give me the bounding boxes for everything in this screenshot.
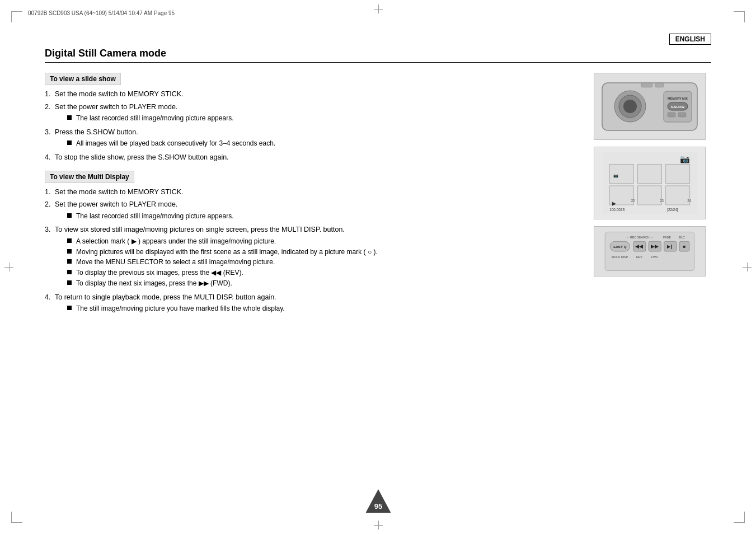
bullet-list: All images will be played back consecuti…: [67, 139, 571, 148]
step-2-3: 3. To view six stored still image/moving…: [45, 225, 571, 289]
step-content: To return to single playback mode, press…: [55, 293, 571, 315]
corner-mark-tr: [734, 11, 745, 22]
bullet-item: The still image/moving picture you have …: [67, 304, 571, 313]
right-column: MEMORY MIX S.SHOW �: [588, 73, 711, 323]
slideshow-steps: 1. Set the mode switch to MEMORY STICK. …: [45, 90, 571, 163]
step-content: To view six stored still image/moving pi…: [55, 225, 571, 289]
step-content: Set the mode switch to MEMORY STICK.: [55, 188, 571, 198]
left-column: To view a slide show 1. Set the mode swi…: [45, 73, 571, 323]
step-content: Press the S.SHOW button. All images will…: [55, 128, 571, 150]
step-2-1: 1. Set the mode switch to MEMORY STICK.: [45, 188, 571, 198]
bullet-item: Moving pictures will be displayed with t…: [67, 247, 571, 257]
multidisplay-steps: 1. Set the mode switch to MEMORY STICK. …: [45, 188, 571, 316]
control-panel-svg: ← REC SEARCH → FADE BLC EASY Q ◀◀ ▶▶ ▶‖: [597, 229, 703, 273]
section-header-multidisplay: To view the Multi Display: [45, 171, 134, 183]
svg-rect-8: [668, 113, 675, 117]
step-content: Set the mode switch to MEMORY STICK.: [55, 90, 571, 100]
step-number: 4.: [45, 293, 55, 315]
control-panel-diagram: ← REC SEARCH → FADE BLC EASY Q ◀◀ ▶▶ ▶‖: [594, 226, 706, 277]
svg-rect-19: [666, 186, 690, 205]
crosshair-left: [4, 263, 13, 271]
bullet-icon: [67, 115, 72, 120]
bullet-icon: [67, 280, 72, 285]
svg-rect-10: [641, 83, 652, 87]
step-number: 3.: [45, 225, 55, 289]
svg-text:MEMORY MIX: MEMORY MIX: [668, 97, 688, 100]
svg-text:S.SHOW: S.SHOW: [671, 105, 685, 109]
step-number: 3.: [45, 128, 55, 150]
svg-text:100-002S: 100-002S: [609, 208, 624, 212]
bullet-item: A selection mark ( ▶ ) appears under the…: [67, 237, 571, 246]
svg-rect-11: [655, 83, 664, 87]
svg-text:FADE: FADE: [663, 236, 671, 239]
bullet-icon: [67, 306, 72, 310]
bullet-item: The last recorded still image/moving pic…: [67, 114, 571, 123]
step-2-2: 2. Set the power switch to PLAYER mode. …: [45, 200, 571, 222]
bullet-list: The last recorded still image/moving pic…: [67, 212, 571, 221]
page-number-svg: 95: [365, 489, 391, 513]
step-1-3: 3. Press the S.SHOW button. All images w…: [45, 128, 571, 150]
step-2-4: 4. To return to single playback mode, pr…: [45, 293, 571, 315]
file-info: 00792B SCD903 USA (64~109) 5/14/04 10:47…: [28, 10, 175, 16]
bullet-icon: [67, 259, 72, 264]
svg-text:95: 95: [374, 502, 382, 510]
svg-rect-18: [637, 186, 661, 205]
svg-text:MULTI DISP.: MULTI DISP.: [612, 255, 628, 259]
step-content: To stop the slide show, press the S.SHOW…: [55, 153, 571, 163]
bullet-icon: [67, 140, 72, 145]
svg-text:EASY Q: EASY Q: [613, 245, 626, 249]
svg-text:22: 22: [631, 199, 635, 203]
bullet-icon: [67, 238, 72, 243]
svg-text:◀◀: ◀◀: [635, 243, 643, 249]
step-number: 2.: [45, 200, 55, 222]
svg-rect-16: [666, 164, 690, 183]
crosshair-top: [374, 4, 383, 13]
main-content: Digital Still Camera mode To view a slid…: [45, 48, 711, 500]
device-svg-1: MEMORY MIX S.SHOW: [597, 74, 703, 139]
svg-text:BLC: BLC: [679, 236, 684, 239]
svg-text:[22/24]: [22/24]: [667, 208, 678, 212]
section-slideshow: To view a slide show 1. Set the mode swi…: [45, 73, 571, 163]
bullet-list: The still image/moving picture you have …: [67, 304, 571, 313]
device-diagram-1: MEMORY MIX S.SHOW: [594, 73, 706, 140]
bullet-list: The last recorded still image/moving pic…: [67, 114, 571, 123]
svg-text:■: ■: [683, 244, 686, 249]
step-number: 1.: [45, 188, 55, 198]
svg-point-3: [623, 100, 637, 113]
svg-text:← REC SEARCH →: ← REC SEARCH →: [626, 236, 653, 239]
section-multidisplay: To view the Multi Display 1. Set the mod…: [45, 171, 571, 316]
bullet-icon: [67, 249, 72, 254]
crosshair-right: [743, 263, 752, 271]
bullet-list: A selection mark ( ▶ ) appears under the…: [67, 237, 571, 288]
page-title: Digital Still Camera mode: [45, 48, 711, 63]
svg-text:▶‖: ▶‖: [667, 244, 673, 249]
step-1-2: 2. Set the power switch to PLAYER mode. …: [45, 102, 571, 125]
corner-mark-bl: [11, 512, 22, 523]
corner-mark-tl: [11, 11, 22, 22]
svg-text:📷: 📷: [680, 154, 690, 164]
step-number: 1.: [45, 90, 55, 100]
step-1-1: 1. Set the mode switch to MEMORY STICK.: [45, 90, 571, 100]
bullet-icon: [67, 213, 72, 218]
step-content: Set the power switch to PLAYER mode. The…: [55, 102, 571, 125]
svg-rect-17: [609, 186, 633, 205]
english-badge: ENGLISH: [669, 34, 711, 45]
step-content: Set the power switch to PLAYER mode. The…: [55, 200, 571, 222]
bullet-item: All images will be played back consecuti…: [67, 139, 571, 148]
step-number: 4.: [45, 153, 55, 163]
crosshair-bottom: [374, 521, 383, 530]
bullet-item: To display the previous six images, pres…: [67, 268, 571, 278]
svg-text:23: 23: [660, 199, 664, 203]
svg-text:REV: REV: [636, 255, 642, 259]
page-number-container: 95: [365, 489, 391, 514]
bullet-item: To display the next six images, press th…: [67, 279, 571, 288]
svg-text:📷: 📷: [613, 173, 618, 178]
svg-text:FWD: FWD: [651, 255, 658, 259]
svg-text:24: 24: [687, 199, 691, 203]
content-columns: To view a slide show 1. Set the mode swi…: [45, 73, 711, 323]
multi-display-diagram: 📷 100-002S [22/24] 📷: [594, 147, 706, 219]
step-1-4: 4. To stop the slide show, press the S.S…: [45, 153, 571, 163]
step-number: 2.: [45, 102, 55, 125]
bullet-item: The last recorded still image/moving pic…: [67, 212, 571, 221]
section-header-slideshow: To view a slide show: [45, 73, 121, 85]
